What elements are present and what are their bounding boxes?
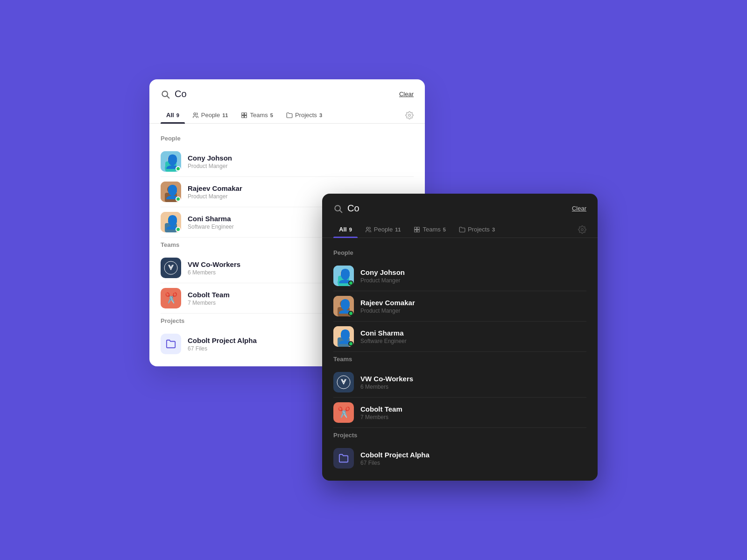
dark-people-section-label: People: [333, 245, 586, 261]
svg-point-35: [340, 300, 347, 308]
svg-point-28: [581, 228, 584, 231]
dark-people-icon: [365, 226, 372, 233]
dark-cony-role: Product Manger: [360, 277, 586, 284]
people-icon: [192, 112, 199, 119]
dark-project-name: Cobolt Project Alpha: [360, 451, 586, 459]
svg-point-11: [168, 156, 174, 162]
svg-rect-39: [338, 337, 350, 347]
light-settings-icon[interactable]: [405, 111, 414, 119]
dark-person-cony[interactable]: Cony Johson Product Manger: [333, 261, 586, 291]
dark-vw-info: VW Co-Workers 6 Members: [360, 375, 586, 390]
svg-point-2: [194, 112, 196, 115]
dark-project-alpha[interactable]: Cobolt Project Alpha 67 Files: [333, 443, 586, 473]
dark-search-bar: Co Clear: [322, 194, 598, 221]
svg-point-7: [409, 114, 411, 116]
dark-tab-all-label: All: [339, 226, 347, 233]
svg-point-23: [366, 227, 369, 229]
light-rajeev-name: Rajeev Comakar: [188, 184, 414, 192]
light-team-avatar-vw: [161, 258, 181, 278]
dark-coni-info: Coni Sharma Software Engineer: [360, 329, 586, 344]
svg-rect-25: [417, 227, 420, 229]
search-icon: [161, 90, 170, 99]
dark-rajeev-role: Product Manger: [360, 308, 586, 314]
dark-coni-name: Coni Sharma: [360, 329, 586, 337]
dark-project-info: Cobolt Project Alpha 67 Files: [360, 451, 586, 466]
light-tabs: All 9 People 11 Teams 5 Projects 3: [149, 107, 425, 124]
light-cobolt-icon: ✂️: [165, 292, 177, 304]
panels-container: Co Clear All 9 People 11 Teams 5 Project…: [149, 79, 598, 481]
svg-point-30: [340, 270, 347, 277]
dark-person-coni[interactable]: Coni Sharma Software Engineer: [333, 322, 586, 352]
svg-rect-18: [165, 223, 177, 232]
dark-clear-button[interactable]: Clear: [572, 205, 586, 212]
light-person-cony[interactable]: Cony Johson Product Manger: [161, 147, 414, 177]
light-avatar-wrap-cony: [161, 151, 181, 172]
dark-avatar-wrap-rajeev: [333, 296, 354, 316]
dark-team-avatar-vw: [333, 372, 354, 392]
dark-cobolt-name: Cobolt Team: [360, 405, 586, 413]
dark-tab-projects-count: 3: [492, 227, 495, 232]
light-project-avatar: [161, 334, 181, 354]
svg-rect-36: [338, 307, 350, 316]
dark-tab-all[interactable]: All 9: [333, 221, 358, 238]
svg-point-32: [341, 271, 346, 276]
light-tab-projects[interactable]: Projects 3: [281, 107, 328, 123]
svg-rect-24: [415, 227, 417, 229]
dark-search-icon: [333, 204, 343, 213]
light-tab-people-count: 11: [222, 112, 228, 118]
dark-settings-icon[interactable]: [578, 225, 586, 234]
dark-rajeev-name: Rajeev Comakar: [360, 299, 586, 307]
dark-tab-teams-count: 5: [443, 227, 446, 232]
light-avatar-wrap-coni: [161, 212, 181, 232]
dark-team-cobolt[interactable]: ✂️ Cobolt Team 7 Members: [333, 398, 586, 428]
dark-tab-people[interactable]: People 11: [359, 221, 407, 238]
dark-project-avatar: [333, 448, 354, 469]
svg-rect-12: [165, 161, 176, 172]
dark-tab-people-label: People: [374, 226, 393, 233]
dark-tab-all-count: 9: [349, 227, 352, 232]
dark-tabs: All 9 People 11 Teams 5 Projects 3: [322, 221, 598, 238]
svg-point-38: [340, 330, 347, 337]
svg-rect-5: [242, 115, 244, 118]
light-tab-teams[interactable]: Teams 5: [235, 107, 278, 123]
light-tab-all-label: All: [166, 112, 174, 119]
dark-avatar-wrap-cony: [333, 266, 354, 286]
light-cony-info: Cony Johson Product Manger: [188, 154, 414, 169]
dark-online-dot-rajeev: [348, 311, 353, 316]
dark-cobolt-info: Cobolt Team 7 Members: [360, 405, 586, 420]
dark-coni-role: Software Engineer: [360, 338, 586, 344]
light-tab-teams-label: Teams: [250, 112, 268, 119]
dark-cobolt-icon: ✂️: [338, 406, 350, 419]
light-cony-role: Product Manger: [188, 163, 414, 169]
dark-tab-projects[interactable]: Projects 3: [453, 221, 500, 238]
svg-rect-4: [245, 112, 247, 115]
light-clear-button[interactable]: Clear: [399, 91, 414, 98]
light-tab-people[interactable]: People 11: [187, 107, 234, 123]
dark-team-avatar-cobolt: ✂️: [333, 402, 354, 423]
dark-online-dot-coni: [348, 341, 353, 346]
dark-cobolt-members: 7 Members: [360, 414, 586, 420]
dark-panel: Co Clear All 9 People 11 Teams 5 Project…: [322, 194, 598, 481]
light-tab-projects-count: 3: [319, 112, 322, 118]
dark-search-query: Co: [347, 203, 567, 214]
light-search-bar: Co Clear: [149, 79, 425, 107]
dark-team-vw[interactable]: VW Co-Workers 6 Members: [333, 367, 586, 398]
teams-icon: [241, 112, 247, 119]
dark-person-rajeev[interactable]: Rajeev Comakar Product Manger: [333, 291, 586, 322]
dark-avatar-wrap-coni: [333, 326, 354, 347]
dark-teams-section-label: Teams: [333, 352, 586, 367]
dark-tab-teams[interactable]: Teams 5: [408, 221, 451, 238]
light-online-dot-coni: [176, 227, 181, 232]
dark-rajeev-info: Rajeev Comakar Product Manger: [360, 299, 586, 314]
svg-line-1: [167, 96, 169, 98]
light-tab-teams-count: 5: [270, 112, 273, 118]
light-online-dot-cony: [176, 166, 181, 171]
light-tab-all[interactable]: All 9: [161, 107, 185, 123]
light-cony-name: Cony Johson: [188, 154, 414, 162]
dark-projects-section-label: Projects: [333, 428, 586, 443]
light-tab-people-label: People: [201, 112, 220, 119]
svg-point-14: [167, 186, 175, 193]
dark-tab-projects-label: Projects: [468, 226, 490, 233]
dark-tab-teams-label: Teams: [423, 226, 440, 233]
svg-rect-6: [245, 115, 247, 118]
